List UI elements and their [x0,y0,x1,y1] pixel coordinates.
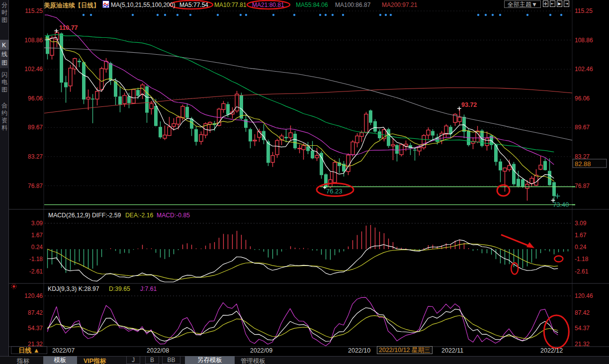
svg-text:102.46: 102.46 [575,66,593,73]
svg-text:DEA:-2.16: DEA:-2.16 [125,212,153,219]
svg-text:1.67: 1.67 [31,232,43,239]
svg-text:96.06: 96.06 [28,95,43,102]
svg-text:D:39.65: D:39.65 [109,285,130,292]
svg-text:115.25: 115.25 [575,7,593,14]
svg-text:MACD:-0.85: MACD:-0.85 [157,212,190,219]
svg-text:89.67: 89.67 [28,124,43,131]
svg-text:73.40: 73.40 [553,201,569,208]
svg-text:-2.61: -2.61 [575,268,589,275]
svg-text:-2.61: -2.61 [29,268,43,275]
svg-text:120.46: 120.46 [24,292,43,299]
svg-text:KDJ(9,3,3) K:28.97: KDJ(9,3,3) K:28.97 [48,285,99,292]
svg-text:76.87: 76.87 [575,182,590,189]
svg-text:54.37: 54.37 [575,325,590,332]
svg-text:115.25: 115.25 [25,7,43,14]
svg-text:96.06: 96.06 [575,95,590,102]
svg-text:3.09: 3.09 [575,220,587,227]
svg-text:21.32: 21.32 [575,341,590,348]
svg-text:0.24: 0.24 [31,244,43,251]
svg-text:3.09: 3.09 [31,220,43,227]
svg-text:MACD(26,12,9) DIFF:-2.59: MACD(26,12,9) DIFF:-2.59 [48,212,121,219]
svg-text:102.46: 102.46 [24,66,43,73]
svg-text:1.67: 1.67 [575,232,587,239]
svg-text:87.42: 87.42 [575,309,590,316]
svg-text:76.23: 76.23 [326,187,343,195]
svg-text:82.88: 82.88 [575,160,591,168]
svg-text:110.77: 110.77 [59,24,78,31]
svg-text:93.72: 93.72 [461,101,477,108]
svg-text:J:7.61: J:7.61 [140,285,157,292]
svg-text:54.37: 54.37 [28,325,43,332]
svg-text:83.27: 83.27 [28,153,43,160]
svg-text:0.24: 0.24 [575,244,587,251]
svg-text:87.42: 87.42 [28,309,43,316]
svg-text:-1.18: -1.18 [575,256,589,263]
svg-text:120.46: 120.46 [575,292,593,299]
svg-text:-1.18: -1.18 [29,256,43,263]
svg-text:89.67: 89.67 [575,124,590,131]
svg-text:76.87: 76.87 [28,182,43,189]
svg-text:108.86: 108.86 [24,37,43,44]
svg-text:108.86: 108.86 [575,37,593,44]
